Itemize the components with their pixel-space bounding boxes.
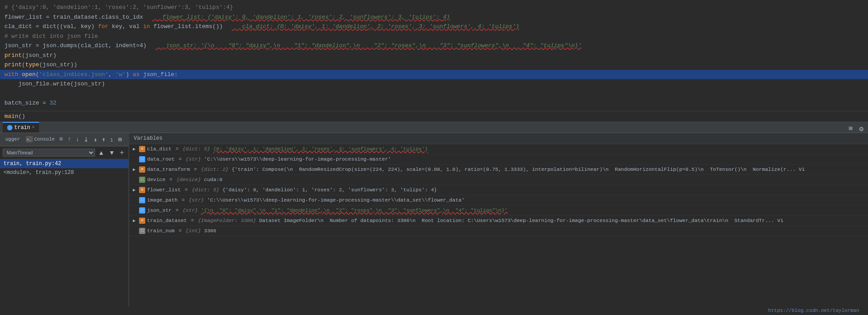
var-icon-train-dataset: ≡ bbox=[139, 218, 145, 224]
var-item-cla-dict: ▶ ≡ cla_dict = {dict: 5} {0: 'daisy', 1:… bbox=[129, 144, 868, 154]
add-button[interactable]: + bbox=[118, 148, 126, 157]
var-text-cla-dict: cla_dict = {dict: 5} {0: 'daisy', 1: 'da… bbox=[147, 145, 864, 153]
run-to-cursor-icon[interactable]: ₁ bbox=[108, 135, 115, 144]
var-arrow-train-num[interactable] bbox=[133, 228, 137, 234]
var-text-data-transform: data_transform = {dict: 2} {'train': Com… bbox=[147, 166, 864, 173]
code-line-9: json_file.write(json_str) bbox=[0, 79, 868, 89]
menu-icon[interactable]: ⊞ bbox=[849, 125, 852, 132]
code-cla-dict-result: cla_dict: {0: 'daisy', 1: 'dandelion', 2… bbox=[232, 22, 520, 31]
svg-text:>_: >_ bbox=[27, 137, 31, 141]
code-with-open: with open('class_indices.json', 'w') as … bbox=[4, 70, 178, 79]
var-icon-device: □ bbox=[139, 177, 145, 183]
var-arrow-data-transform[interactable]: ▶ bbox=[133, 167, 137, 173]
var-icon-image-path: □ bbox=[139, 197, 145, 203]
code-line-6: print(json_str) bbox=[0, 51, 868, 61]
code-comment-1: # {'daisy':0, 'dandelion':1, 'roses':2, … bbox=[4, 3, 233, 12]
var-item-image-path: □ image_path = {str} 'C:\\Users\\w1573\\… bbox=[129, 195, 868, 206]
frames-panel: train, train.py:42 <module>, train.py:12… bbox=[0, 159, 128, 307]
var-icon-train-num: □ bbox=[139, 228, 145, 234]
frame-down-button[interactable]: ▼ bbox=[108, 149, 116, 157]
code-batch-size: batch_size = 32 bbox=[4, 99, 56, 108]
code-line-3: cla_dict = dict((val, key) for key, val … bbox=[0, 22, 868, 32]
tab-train-label: train bbox=[14, 125, 30, 131]
debugger-tab[interactable]: ugger bbox=[3, 136, 23, 143]
thread-dropdown[interactable]: MainThread bbox=[3, 149, 95, 157]
var-text-train-dataset: train_dataset = {ImageFolder: 3306} Data… bbox=[147, 217, 864, 224]
var-item-flower-list: ▶ ≡ flower_list = {dict: 5} {'daisy': 0,… bbox=[129, 185, 868, 195]
main-fn: main bbox=[4, 113, 18, 120]
frames-grid-icon[interactable]: ⊞ bbox=[117, 135, 123, 144]
frame-item-0[interactable]: train, train.py:42 bbox=[0, 159, 128, 168]
var-icon-data-transform: ≡ bbox=[139, 166, 145, 173]
var-text-device: device = {device} cuda:0 bbox=[147, 176, 864, 183]
code-flower-list-result: flower_list: {'daisy': 0, 'dandelion': 1… bbox=[152, 13, 450, 22]
tab-train-icon bbox=[7, 125, 12, 130]
code-editor: # {'daisy':0, 'dandelion':1, 'roses':2, … bbox=[0, 0, 868, 111]
console-label: Console bbox=[34, 137, 55, 142]
var-item-device: □ device = {device} cuda:0 bbox=[129, 175, 868, 185]
var-item-train-num: □ train_num = {int} 3306 bbox=[129, 226, 868, 236]
console-tab-icon[interactable]: >_ Console bbox=[24, 135, 56, 143]
var-icon-cla-dict: ≡ bbox=[139, 146, 145, 152]
var-text-flower-list: flower_list = {dict: 5} {'daisy': 0, 'da… bbox=[147, 186, 864, 194]
var-arrow-flower-list[interactable]: ▶ bbox=[133, 187, 137, 194]
frame-label-0: train, train.py:42 bbox=[4, 161, 61, 167]
code-line-11: batch_size = 32 bbox=[0, 98, 868, 108]
url-bar: https://blog.csdn.net/taylorman bbox=[764, 307, 864, 314]
code-json-str-result: json_str: '{\n "0": "daisy",\n "1": "dan… bbox=[155, 41, 582, 50]
var-arrow-train-dataset[interactable]: ▶ bbox=[133, 218, 137, 224]
var-arrow-device[interactable] bbox=[133, 177, 137, 183]
var-text-image-path: image_path = {str} 'C:\\Users\\w1573\\de… bbox=[147, 197, 864, 204]
var-item-train-dataset: ▶ ≡ train_dataset = {ImageFolder: 3306} … bbox=[129, 216, 868, 226]
code-json-str: json_str = json.dumps(cla_dict, indent=4… bbox=[4, 41, 147, 50]
code-line-1: # {'daisy':0, 'dandelion':1, 'roses':2, … bbox=[0, 3, 868, 12]
code-comment-2: # write dict into json file bbox=[4, 32, 98, 41]
tab-close-icon[interactable]: × bbox=[32, 125, 35, 130]
bottom-panel: ugger >_ Console ≡ ↑ ↓ ⤓ ↡ ↟ ₁ ⊞ MainThr… bbox=[0, 133, 868, 307]
frame-up-button[interactable]: ▲ bbox=[97, 149, 106, 157]
step-down-icon[interactable]: ↓ bbox=[74, 135, 80, 144]
code-cla-dict: cla_dict = dict((val, key) for key, val … bbox=[4, 22, 223, 31]
code-print-2: print(type(json_str)) bbox=[4, 61, 77, 69]
gear-icon[interactable]: ⚙ bbox=[859, 125, 864, 133]
step-into-icon[interactable]: ⤓ bbox=[82, 135, 90, 144]
var-arrow-json-str[interactable] bbox=[133, 208, 137, 214]
var-text-json-str: json_str = {str} '{\n "0": "daisy",\n "1… bbox=[147, 207, 864, 214]
code-json-write: json_file.write(json_str) bbox=[4, 80, 105, 89]
var-text-data-root: data_root = {str} 'C:\\Users\\w1573\\dee… bbox=[147, 156, 864, 163]
var-item-data-transform: ▶ ≡ data_transform = {dict: 2} {'train':… bbox=[129, 165, 868, 175]
var-icon-json-str: □ bbox=[139, 207, 145, 214]
var-arrow-cla-dict[interactable]: ▶ bbox=[133, 146, 137, 153]
variables-panel: Variables ▶ ≡ cla_dict = {dict: 5} {0: '… bbox=[129, 133, 868, 307]
code-line-5: json_str = json.dumps(cla_dict, indent=4… bbox=[0, 41, 868, 51]
variables-header: Variables bbox=[129, 133, 868, 144]
var-icon-flower-list: ≡ bbox=[139, 187, 145, 193]
console-svg-icon: >_ bbox=[26, 136, 33, 142]
var-item-json-str: □ json_str = {str} '{\n "0": "daisy",\n … bbox=[129, 206, 868, 216]
step-over-icon[interactable]: ↡ bbox=[92, 135, 98, 144]
debugger-sidebar: ugger >_ Console ≡ ↑ ↓ ⤓ ↡ ↟ ₁ ⊞ MainThr… bbox=[0, 133, 129, 307]
code-line-8: with open('class_indices.json', 'w') as … bbox=[0, 70, 868, 80]
code-line-4: # write dict into json file bbox=[0, 32, 868, 41]
code-line-7: print(type(json_str)) bbox=[0, 60, 868, 70]
code-flower-list: flower_list = train_dataset.class_to_idx bbox=[4, 13, 143, 22]
var-arrow-data-root[interactable] bbox=[133, 157, 137, 163]
step-out-icon[interactable]: ↟ bbox=[100, 135, 107, 144]
tab-bar: train × ⚙ ⊞ bbox=[0, 122, 868, 133]
thread-selector: MainThread ▲ ▼ + bbox=[0, 146, 128, 159]
var-item-data-root: □ data_root = {str} 'C:\\Users\\w1573\\d… bbox=[129, 154, 868, 165]
code-print-1: print(json_str) bbox=[4, 51, 56, 60]
debugger-toolbar: ugger >_ Console ≡ ↑ ↓ ⤓ ↡ ↟ ₁ ⊞ bbox=[0, 133, 128, 146]
list-icon[interactable]: ≡ bbox=[58, 135, 64, 144]
var-icon-data-root: □ bbox=[139, 156, 145, 162]
frame-label-1: <module>, train.py:128 bbox=[4, 170, 74, 176]
var-arrow-image-path[interactable] bbox=[133, 198, 137, 204]
tab-train[interactable]: train × bbox=[3, 122, 39, 133]
var-text-train-num: train_num = {int} 3306 bbox=[147, 227, 864, 234]
code-line-10 bbox=[0, 89, 868, 99]
code-line-2: flower_list = train_dataset.class_to_idx… bbox=[0, 12, 868, 22]
step-up-icon[interactable]: ↑ bbox=[66, 135, 72, 144]
frame-item-1[interactable]: <module>, train.py:128 bbox=[0, 168, 128, 177]
main-section: main() bbox=[0, 111, 868, 121]
